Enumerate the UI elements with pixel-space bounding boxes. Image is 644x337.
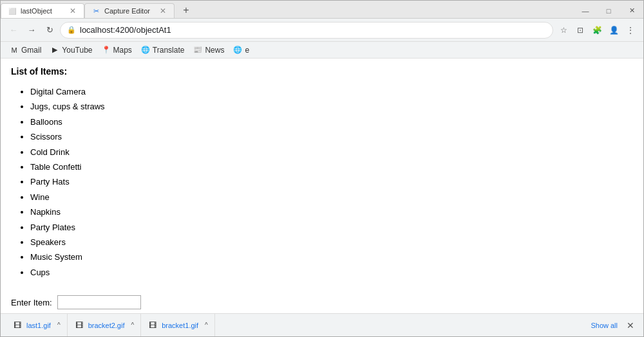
list-item: Jugs, cups & straws [30,99,633,114]
bookmark-translate[interactable]: 🌐 Translate [137,44,189,56]
tab-capture-editor[interactable]: ✂ Capture Editor ✕ [84,3,175,18]
close-button[interactable]: ✕ [620,2,643,20]
download-name-bracket1: bracket1.gif [162,322,198,329]
download-name-bracket2: bracket2.gif [88,322,125,329]
bookmark-e[interactable]: 🌐 e [229,44,253,56]
list-item: Napkins [30,205,633,219]
security-lock-icon: 🔒 [67,26,76,34]
navigation-bar: ← → ↻ 🔒 ☆ ⊡ 🧩 👤 ⋮ [1,19,643,42]
gmail-icon: M [10,46,19,55]
bookmark-news-label: News [205,46,224,55]
enter-item-label: Enter Item: [11,298,52,307]
tab-favicon-capture: ✂ [91,6,100,15]
download-item-last1[interactable]: 🎞 last1.gif ^ [6,314,68,337]
tab-favicon-lastobject: ⬜ [8,6,17,15]
list-item: Party Plates [30,220,633,235]
show-all-button[interactable]: Show all [585,319,623,332]
translate-icon: 🌐 [141,46,150,55]
menu-icon[interactable]: ⋮ [623,23,638,38]
list-item: Party Hats [30,174,633,189]
bookmarks-bar: M Gmail ▶ YouTube 📍 Maps 🌐 Translate 📰 N… [1,42,643,59]
list-item-cold-drink: Cold Drink [30,145,633,159]
enter-item-row: Enter Item: [11,295,633,309]
browser-frame: ⬜ lastObject ✕ ✂ Capture Editor ✕ + — □ … [0,0,644,337]
address-bar[interactable]: 🔒 [60,22,553,39]
bookmark-star-icon[interactable]: ☆ [556,23,571,38]
bookmark-translate-label: Translate [153,46,185,55]
maps-icon: 📍 [102,46,111,55]
list-item: Cups [30,265,633,280]
e-icon: 🌐 [233,46,242,55]
enter-item-input[interactable] [57,295,141,309]
maximize-button[interactable]: □ [597,2,620,20]
list-item: Scissors [30,129,633,144]
form-section: Enter Item: Print Except this Item Pop u… [11,295,633,313]
window-controls: — □ ✕ [574,3,643,18]
bookmark-youtube[interactable]: ▶ YouTube [46,44,96,56]
download-chevron-bracket1[interactable]: ^ [205,322,208,329]
list-item: Music System [30,250,633,264]
page-content: List of Items: Digital Camera Jugs, cups… [1,59,643,313]
tab-close-capture[interactable]: ✕ [158,6,167,15]
tab-lastobject[interactable]: ⬜ lastObject ✕ [1,3,84,18]
address-bar-actions: ☆ ⊡ 🧩 👤 ⋮ [556,23,638,38]
download-file-icon-bracket1: 🎞 [147,320,158,331]
minimize-button[interactable]: — [574,2,597,20]
list-item: Digital Camera [30,84,633,99]
screenshot-icon[interactable]: ⊡ [573,23,588,38]
bookmark-news[interactable]: 📰 News [189,44,228,56]
profile-icon[interactable]: 👤 [606,23,621,38]
download-chevron-last1[interactable]: ^ [57,322,61,329]
back-button[interactable]: ← [6,23,21,38]
news-icon: 📰 [193,46,202,55]
downloads-bar: 🎞 last1.gif ^ 🎞 bracket2.gif ^ 🎞 bracket… [1,313,643,336]
download-file-icon-bracket2: 🎞 [74,320,84,331]
bookmark-maps[interactable]: 📍 Maps [98,44,136,56]
refresh-button[interactable]: ↻ [42,23,57,38]
download-item-bracket2[interactable]: 🎞 bracket2.gif ^ [68,314,142,337]
download-file-icon-last1: 🎞 [12,320,23,331]
youtube-icon: ▶ [50,46,59,55]
list-item: Wine [30,190,633,205]
download-item-bracket1[interactable]: 🎞 bracket1.gif ^ [141,314,215,337]
bookmark-e-label: e [245,46,249,55]
tab-close-lastobject[interactable]: ✕ [68,6,77,15]
items-list: Digital Camera Jugs, cups & straws Ballo… [30,84,633,280]
new-tab-button[interactable]: + [177,3,195,17]
bookmark-maps-label: Maps [113,46,132,55]
tab-bar: ⬜ lastObject ✕ ✂ Capture Editor ✕ + — □ … [1,1,643,19]
bookmark-gmail[interactable]: M Gmail [6,44,45,56]
page-title: List of Items: [11,66,633,77]
list-item: Speakers [30,235,633,250]
tab-label-lastobject: lastObject [21,7,64,15]
extensions-icon[interactable]: 🧩 [589,23,605,38]
list-item: Table Confetti [30,159,633,174]
bookmark-youtube-label: YouTube [62,46,92,55]
download-chevron-bracket2[interactable]: ^ [131,322,135,329]
download-name-last1: last1.gif [26,322,51,329]
forward-button[interactable]: → [24,23,39,38]
list-item: Balloons [30,114,633,129]
downloads-bar-right: Show all ✕ [585,318,638,333]
downloads-close-button[interactable]: ✕ [623,318,638,333]
tab-label-capture: Capture Editor [104,7,155,15]
url-input[interactable] [80,25,546,35]
bookmark-gmail-label: Gmail [21,46,41,55]
